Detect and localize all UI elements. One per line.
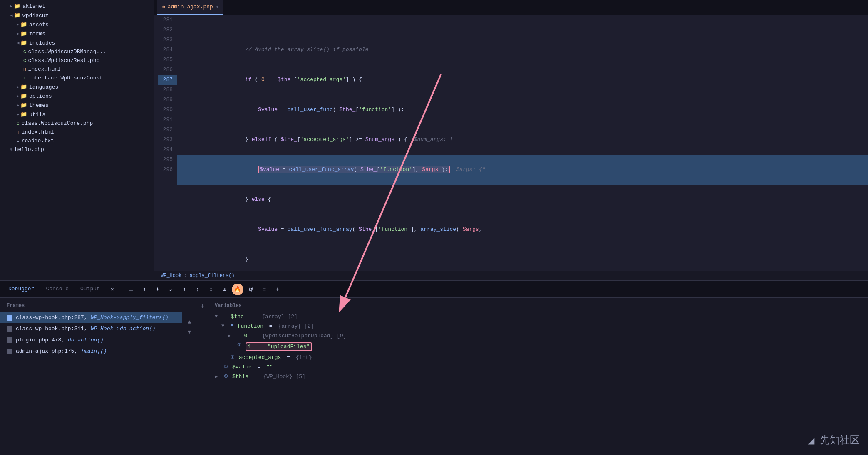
add-button[interactable]: + xyxy=(272,284,283,295)
variable-item-value[interactable]: ① $value = "" xyxy=(208,362,868,372)
variable-val-0: {WpdiscuzHelperUpload} [9] xyxy=(262,333,347,339)
folder-icon: 📁 xyxy=(14,3,20,10)
interface-file-icon: I xyxy=(23,76,26,81)
fire-button[interactable]: 🔥 xyxy=(232,284,243,295)
var-type-icon: ① xyxy=(224,373,228,379)
step-line-button[interactable]: ↕ xyxy=(192,284,203,295)
at-button[interactable]: @ xyxy=(245,284,257,295)
debug-icon: ✱ xyxy=(162,4,165,10)
variable-item-accepted-args[interactable]: ① accepted_args = {int} 1 xyxy=(208,353,868,362)
breadcrumb-item-2: apply_filters() xyxy=(190,273,235,279)
sidebar-item-assets[interactable]: ▶ 📁 assets xyxy=(0,20,154,29)
sidebar-item-label: options xyxy=(29,93,52,99)
watermark-icon: ◢ xyxy=(808,436,814,445)
close-tab-icon[interactable]: ✕ xyxy=(216,4,218,10)
variable-item-function[interactable]: ▼ ≡ function = {array} [2] xyxy=(208,321,868,331)
php-file-icon: C xyxy=(17,121,20,126)
chevron-icon: ▼ xyxy=(16,42,20,44)
sidebar-item-label: class.WpdiscuzDBManag... xyxy=(28,49,106,55)
tab-debugger[interactable]: Debugger xyxy=(3,284,39,294)
breadcrumb-item-1: WP_Hook xyxy=(161,273,181,279)
tab-label: admin-ajax.php xyxy=(168,4,213,10)
frame-label-1: class-wp-hook.php:287, xyxy=(16,314,87,321)
list2-button[interactable]: ≡ xyxy=(258,284,270,295)
tab-console[interactable]: Console xyxy=(41,284,74,294)
frame-down-button[interactable]: ▼ xyxy=(185,328,193,336)
code-content: 281 282 283 284 285 286 287 288 289 290 … xyxy=(154,15,868,271)
step-out-button[interactable]: ↙ xyxy=(165,284,177,295)
code-line-284: if ( 0 == $the_['accepted_args'] ) { xyxy=(177,65,868,95)
frame-add-button[interactable]: + xyxy=(197,301,208,357)
sidebar-item-themes[interactable]: ▶ 📁 themes xyxy=(0,101,154,110)
variables-header: Variables xyxy=(208,301,868,312)
sidebar-item-wpdiscuzcore[interactable]: C class.WpdiscuzCore.php xyxy=(0,119,154,128)
upload-files-highlight: 1 = "uploadFiles" xyxy=(246,342,312,351)
variable-val-accepted-args: {int} 1 xyxy=(296,354,319,361)
frame-item-3[interactable]: plugin.php:478, do_action() xyxy=(0,334,182,346)
chevron-icon: ▶ xyxy=(17,84,19,89)
run-button[interactable]: ⬆ xyxy=(179,284,190,295)
code-line-290: } xyxy=(177,245,868,271)
frame-label-4: admin-ajax.php:175, xyxy=(16,348,77,354)
toolbar-separator xyxy=(122,285,122,294)
sidebar-item-label: class.WpdiscuzCore.php xyxy=(22,120,93,126)
frame-item-2[interactable]: class-wp-hook.php:311, WP_Hook->do_actio… xyxy=(0,323,182,334)
variable-item-0[interactable]: ▶ ≡ 0 = {WpdiscuzHelperUpload} [9] xyxy=(208,331,868,341)
frame-item-4[interactable]: admin-ajax.php:175, {main}() xyxy=(0,346,182,357)
spacer xyxy=(215,364,221,370)
folder-icon: 📁 xyxy=(20,102,27,109)
close-output-icon[interactable]: ✕ xyxy=(107,284,118,295)
editor-area: ▶ 📁 akismet ▼ 📁 wpdiscuz ▶ 📁 assets xyxy=(0,0,868,280)
frame-function-2: WP_Hook->do_action() xyxy=(91,326,156,332)
sidebar-item-label: languages xyxy=(29,84,58,90)
step-line-out-button[interactable]: ↕ xyxy=(205,284,217,295)
chevron-icon: ▶ xyxy=(17,112,19,117)
var-type-icon: ① xyxy=(224,364,228,369)
tab-bar: ✱ admin-ajax.php ✕ xyxy=(154,0,868,15)
sidebar-item-wpdiscuzrest[interactable]: C class.WpdiscuzRest.php xyxy=(0,56,154,65)
sidebar-item-index-html-2[interactable]: H index.html xyxy=(0,128,154,136)
folder-icon: 📁 xyxy=(20,93,27,99)
sidebar-item-includes[interactable]: ▼ 📁 includes xyxy=(0,38,154,47)
step-over-button[interactable]: ⬆ xyxy=(139,284,150,295)
sidebar-item-options[interactable]: ▶ 📁 options xyxy=(0,91,154,101)
chevron-icon: ▶ xyxy=(17,22,19,27)
step-into-button[interactable]: ⬇ xyxy=(152,284,164,295)
variable-key-value: $value xyxy=(232,364,252,370)
line-num: 287 xyxy=(158,75,177,85)
var-type-icon: ① xyxy=(231,354,235,360)
frame-active-icon xyxy=(7,315,12,321)
variable-item-this[interactable]: ▶ ① $this = {WP_Hook} [5] xyxy=(208,372,868,381)
variable-key-1: 1 xyxy=(248,344,251,350)
sidebar-item-akismet[interactable]: ▶ 📁 akismet xyxy=(0,2,154,11)
php-file-icon: C xyxy=(23,58,26,63)
code-line-283: // Avoid the array_slice() if possible. xyxy=(177,35,868,65)
sidebar-item-utils[interactable]: ▶ 📁 utils xyxy=(0,110,154,119)
table-button[interactable]: ⊞ xyxy=(218,284,230,295)
frame-inactive-icon xyxy=(7,326,12,332)
sidebar-item-readme[interactable]: ≡ readme.txt xyxy=(0,136,154,145)
variable-eq: = xyxy=(266,323,275,329)
sidebar-item-index-html-1[interactable]: H index.html xyxy=(0,65,154,74)
variable-item-1[interactable]: ① 1 = "uploadFiles" xyxy=(208,341,868,353)
sidebar-item-wpdiscuzdbmanag[interactable]: C class.WpdiscuzDBManag... xyxy=(0,47,154,56)
folder-icon: 📁 xyxy=(20,21,27,28)
tab-admin-ajax[interactable]: ✱ admin-ajax.php ✕ xyxy=(157,0,223,15)
chevron-icon: ▶ xyxy=(10,4,12,9)
sidebar-item-languages[interactable]: ▶ 📁 languages xyxy=(0,82,154,91)
variable-item-the[interactable]: ▼ ≡ $the_ = {array} [2] xyxy=(208,312,868,321)
sidebar-item-wpdiscuz[interactable]: ▼ 📁 wpdiscuz xyxy=(0,11,154,20)
code-line-289: $value = call_user_func_array( $the_['fu… xyxy=(177,215,868,245)
main-container: ▶ 📁 akismet ▼ 📁 wpdiscuz ▶ 📁 assets xyxy=(0,0,868,455)
debugger-panel: Debugger Console Output ✕ ☰ ⬆ ⬇ ↙ ⬆ ↕ ↕ … xyxy=(0,280,868,455)
php-file-icon: C xyxy=(23,49,26,54)
frame-item-1[interactable]: class-wp-hook.php:287, WP_Hook->apply_fi… xyxy=(0,312,182,323)
frame-up-button[interactable]: ▲ xyxy=(185,318,193,326)
sidebar-item-interface[interactable]: I interface.WpDiscuzConst... xyxy=(0,74,154,82)
tab-output[interactable]: Output xyxy=(75,284,105,294)
sidebar-item-hellophp[interactable]: ⊞ hello.php xyxy=(0,145,154,154)
sidebar-item-label: readme.txt xyxy=(22,138,54,144)
variable-val-1: "uploadFiles" xyxy=(268,344,310,350)
sidebar-item-forms[interactable]: ▶ 📁 forms xyxy=(0,29,154,38)
step-list-button[interactable]: ☰ xyxy=(125,284,137,295)
